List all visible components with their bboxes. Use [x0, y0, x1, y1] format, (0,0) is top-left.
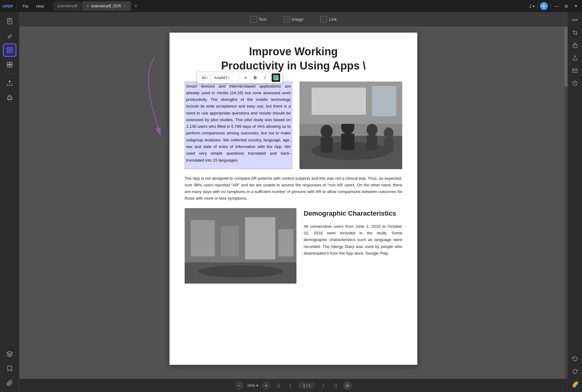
svg-rect-39: [278, 229, 293, 256]
toolbar-image-label: Image: [292, 17, 304, 22]
align-button[interactable]: ≡: [241, 73, 250, 82]
history-icon[interactable]: [570, 78, 580, 89]
toolbar-text-label: Text: [259, 17, 267, 22]
sidebar-item-layers[interactable]: [3, 347, 16, 361]
toolbar-link[interactable]: Link: [317, 14, 340, 24]
text-icon: T: [250, 16, 257, 23]
tab-close-button[interactable]: ✕: [123, 4, 127, 9]
nav-first-button[interactable]: ⟨⟨: [274, 381, 283, 390]
undo-icon[interactable]: [570, 353, 580, 364]
page-nav[interactable]: 2 ▾: [529, 4, 535, 8]
svg-point-18: [286, 18, 286, 19]
svg-rect-41: [573, 45, 577, 47]
svg-rect-0: [7, 18, 12, 24]
float-toolbar: 49 ▾ ArialMT ▾ ≡ B I: [197, 72, 283, 83]
lock-icon[interactable]: [570, 40, 580, 51]
sidebar-item-attachment[interactable]: [3, 376, 16, 390]
sidebar-item-export[interactable]: [3, 76, 16, 90]
user-avatar[interactable]: h: [540, 2, 548, 10]
share-icon[interactable]: [570, 53, 580, 63]
font-family-caret: ▾: [228, 76, 230, 79]
crop-icon[interactable]: [570, 27, 580, 38]
left-sidebar: [0, 12, 19, 392]
toolbar-image[interactable]: Image: [280, 14, 307, 24]
titlebar-divider: [17, 3, 17, 9]
sidebar-item-edit[interactable]: [3, 43, 16, 57]
edit-toolbar: T Text Image Link: [19, 12, 567, 27]
font-family-control[interactable]: ArialMT ▾: [211, 75, 238, 81]
right-sidebar-bottom: 🌈: [570, 353, 580, 390]
font-family-value: ArialMT: [214, 76, 228, 80]
sidebar-item-organize[interactable]: [3, 58, 16, 71]
svg-point-40: [198, 265, 283, 278]
title-bar: UPDF File Help scanned-pdf ✕ scanned-pdf…: [0, 0, 582, 12]
tab-scanned-pdf[interactable]: scanned-pdf: [53, 1, 82, 11]
svg-rect-14: [7, 97, 12, 99]
nav-next-button[interactable]: ⟩: [319, 381, 328, 390]
ft-divider-1: [240, 75, 240, 81]
top-image-block: [299, 82, 402, 169]
sidebar-item-document[interactable]: [3, 14, 16, 28]
nav-prev-button[interactable]: ⟨: [286, 381, 295, 390]
close-button[interactable]: ✕: [572, 2, 580, 10]
total-pages: 1: [309, 383, 311, 388]
scrollbar-thumb[interactable]: [564, 27, 567, 87]
zoom-value-display[interactable]: 24% ▾: [247, 383, 258, 388]
maximize-button[interactable]: ⧉: [563, 2, 570, 10]
app-logo: UPDF: [2, 4, 13, 8]
image-icon: [283, 16, 290, 23]
mail-icon[interactable]: [570, 65, 580, 76]
zoom-in-button[interactable]: +: [262, 381, 270, 390]
svg-rect-33: [372, 86, 396, 116]
help-menu[interactable]: Help: [33, 3, 47, 10]
italic-button[interactable]: I: [260, 73, 269, 82]
bold-button[interactable]: B: [251, 73, 259, 82]
tab-scanned-pdf-ocr[interactable]: ✕ scanned-pdf_OCR ✕: [82, 1, 131, 11]
pdf-document-title: Improve WorkingProductivity in Using App…: [185, 45, 402, 73]
user-divider: [550, 3, 551, 9]
svg-rect-9: [7, 62, 9, 64]
content-area: 49 ▾ ArialMT ▾ ≡ B I: [19, 27, 567, 392]
nav-last-button[interactable]: ⟩⟩: [331, 381, 340, 390]
tab-label-active: scanned-pdf_OCR: [91, 4, 121, 8]
sidebar-divider-bottom: [4, 345, 15, 345]
svg-rect-28: [367, 135, 377, 150]
body-paragraph: The App is not designed to compare AR pa…: [185, 175, 402, 202]
pdf-page: 49 ▾ ArialMT ▾ ≡ B I: [170, 33, 417, 365]
rainbow-icon[interactable]: 🌈: [570, 379, 580, 390]
sidebar-bottom: [3, 343, 16, 390]
svg-rect-30: [384, 138, 393, 151]
sidebar-item-stamp[interactable]: [3, 91, 16, 104]
redo-icon[interactable]: [570, 366, 580, 377]
page-nav-caret: ▾: [533, 4, 535, 8]
sidebar-item-bookmark[interactable]: [3, 362, 16, 375]
section-title: Demographic Characteristics: [304, 208, 402, 219]
ft-divider-2: [270, 75, 270, 81]
font-size-caret: ▾: [206, 76, 208, 79]
top-content-row: Smart devices and internet-based applica…: [185, 82, 402, 169]
menu-bar: File Help: [19, 3, 47, 10]
svg-rect-36: [191, 220, 215, 256]
add-tab-button[interactable]: +: [132, 2, 140, 10]
current-page: 1: [303, 383, 305, 388]
selected-text-block[interactable]: Smart devices and internet-based applica…: [185, 82, 292, 169]
page-indicator: 1 / 1: [298, 382, 315, 389]
close-statusbar-button[interactable]: ✕: [343, 381, 352, 390]
font-size-control[interactable]: 49 ▾: [199, 75, 210, 81]
minimize-button[interactable]: —: [553, 2, 560, 10]
toolbar-text[interactable]: T Text: [247, 14, 270, 24]
right-sidebar: OCR: [567, 12, 582, 392]
svg-rect-32: [312, 88, 366, 115]
ocr-button[interactable]: OCR: [570, 14, 580, 25]
svg-rect-24: [321, 137, 333, 153]
svg-rect-38: [245, 217, 275, 259]
svg-rect-10: [10, 62, 12, 64]
sidebar-item-highlight[interactable]: [3, 29, 16, 42]
scrollbar-track[interactable]: [564, 27, 567, 379]
nav-divider: [537, 3, 538, 9]
file-menu[interactable]: File: [19, 3, 32, 10]
color-picker-button[interactable]: [272, 73, 280, 82]
zoom-out-button[interactable]: −: [235, 381, 244, 390]
toolbar-link-label: Link: [329, 17, 337, 22]
pdf-viewport[interactable]: 49 ▾ ArialMT ▾ ≡ B I: [19, 27, 567, 379]
